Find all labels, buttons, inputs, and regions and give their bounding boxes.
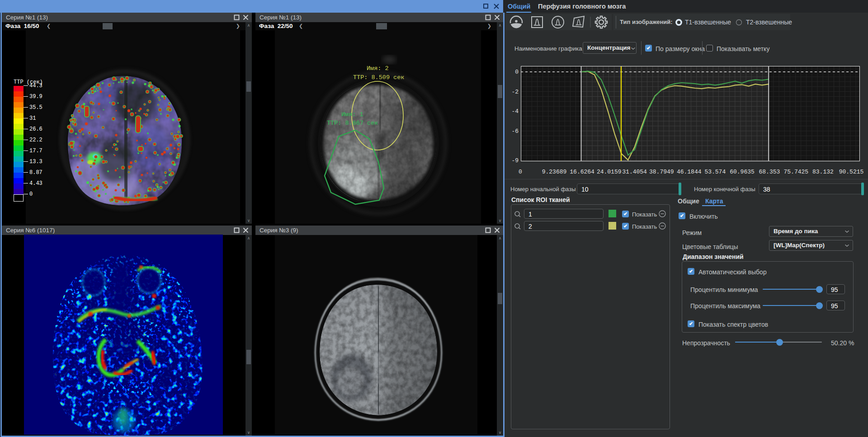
svg-text:ТТР: 8.667 сек: ТТР: 8.667 сек <box>327 120 378 127</box>
svg-text:Имя: 2: Имя: 2 <box>367 65 389 72</box>
svg-text:ТТР: 8.509 сек: ТТР: 8.509 сек <box>353 74 404 81</box>
svg-text:Имя: 1: Имя: 1 <box>341 111 363 118</box>
